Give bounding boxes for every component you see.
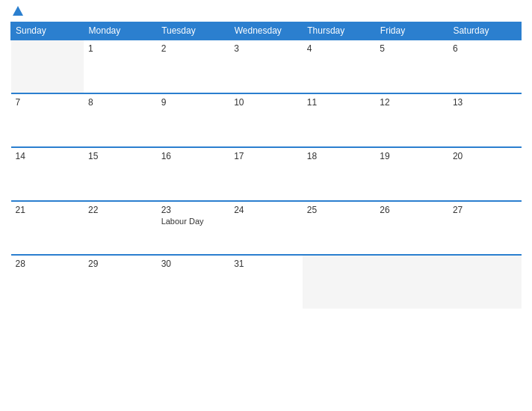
day-number: 30 bbox=[161, 259, 226, 269]
day-number: 26 bbox=[380, 205, 444, 215]
calendar-cell: 4 bbox=[303, 40, 376, 93]
calendar-cell: 31 bbox=[229, 255, 303, 309]
calendar-col-header-monday: Monday bbox=[84, 22, 157, 40]
calendar-cell: 26 bbox=[375, 201, 448, 255]
calendar-col-header-wednesday: Wednesday bbox=[229, 22, 303, 40]
header bbox=[10, 7, 522, 16]
day-number: 1 bbox=[88, 43, 152, 54]
day-number: 31 bbox=[234, 259, 298, 269]
calendar-table: SundayMondayTuesdayWednesdayThursdayFrid… bbox=[10, 22, 522, 309]
calendar-cell: 15 bbox=[84, 147, 157, 201]
day-number: 23 bbox=[161, 205, 226, 215]
day-number: 8 bbox=[88, 97, 152, 108]
calendar-cell: 21 bbox=[11, 201, 84, 255]
calendar-col-header-tuesday: Tuesday bbox=[157, 22, 230, 40]
day-number: 22 bbox=[88, 205, 152, 215]
calendar-cell: 3 bbox=[229, 40, 303, 93]
calendar-cell: 24 bbox=[229, 201, 303, 255]
day-number: 29 bbox=[88, 259, 152, 269]
calendar-week-row: 123456 bbox=[11, 40, 522, 93]
day-number: 14 bbox=[16, 151, 80, 161]
day-number: 10 bbox=[234, 97, 298, 108]
calendar-cell: 14 bbox=[11, 147, 84, 201]
calendar-cell: 18 bbox=[303, 147, 376, 201]
calendar-col-header-friday: Friday bbox=[375, 22, 448, 40]
day-number: 20 bbox=[453, 151, 517, 161]
calendar-cell: 12 bbox=[375, 93, 448, 147]
calendar-cell: 17 bbox=[229, 147, 303, 201]
calendar-header-row: SundayMondayTuesdayWednesdayThursdayFrid… bbox=[11, 22, 522, 40]
calendar-cell: 11 bbox=[303, 93, 376, 147]
calendar-cell bbox=[375, 255, 448, 309]
calendar-cell: 28 bbox=[11, 255, 84, 309]
day-number: 13 bbox=[453, 97, 517, 108]
calendar-cell bbox=[448, 255, 522, 309]
calendar-cell: 8 bbox=[84, 93, 157, 147]
calendar-week-row: 14151617181920 bbox=[11, 147, 522, 201]
calendar-cell: 27 bbox=[448, 201, 522, 255]
day-number: 28 bbox=[16, 259, 80, 269]
calendar-col-header-sunday: Sunday bbox=[11, 22, 84, 40]
day-number: 27 bbox=[453, 205, 517, 215]
day-number: 18 bbox=[307, 151, 371, 161]
day-number: 7 bbox=[16, 97, 80, 108]
day-number: 9 bbox=[161, 97, 226, 108]
day-number: 21 bbox=[16, 205, 80, 215]
calendar-cell: 13 bbox=[448, 93, 522, 147]
calendar-cell: 29 bbox=[84, 255, 157, 309]
calendar-cell: 20 bbox=[448, 147, 522, 201]
calendar-cell: 19 bbox=[375, 147, 448, 201]
day-number: 24 bbox=[234, 205, 298, 215]
event-label: Labour Day bbox=[161, 217, 226, 226]
day-number: 3 bbox=[234, 43, 298, 54]
calendar-week-row: 212223Labour Day24252627 bbox=[11, 201, 522, 255]
day-number: 15 bbox=[88, 151, 152, 161]
day-number: 4 bbox=[307, 43, 371, 54]
logo-triangle-icon bbox=[13, 6, 23, 16]
calendar-cell: 30 bbox=[157, 255, 230, 309]
day-number: 16 bbox=[161, 151, 226, 161]
calendar-cell: 5 bbox=[375, 40, 448, 93]
logo bbox=[10, 7, 23, 16]
calendar-cell: 23Labour Day bbox=[157, 201, 230, 255]
day-number: 12 bbox=[380, 97, 444, 108]
calendar-col-header-thursday: Thursday bbox=[303, 22, 376, 40]
calendar-cell: 25 bbox=[303, 201, 376, 255]
calendar-cell: 10 bbox=[229, 93, 303, 147]
calendar-week-row: 78910111213 bbox=[11, 93, 522, 147]
logo-block bbox=[10, 7, 23, 16]
calendar-cell: 16 bbox=[157, 147, 230, 201]
calendar-cell bbox=[303, 255, 376, 309]
calendar-cell: 7 bbox=[11, 93, 84, 147]
day-number: 25 bbox=[307, 205, 371, 215]
day-number: 17 bbox=[234, 151, 298, 161]
calendar-cell bbox=[11, 40, 84, 93]
day-number: 2 bbox=[161, 43, 226, 54]
calendar-cell: 9 bbox=[157, 93, 230, 147]
calendar-cell: 2 bbox=[157, 40, 230, 93]
day-number: 6 bbox=[453, 43, 517, 54]
day-number: 19 bbox=[380, 151, 444, 161]
calendar-col-header-saturday: Saturday bbox=[448, 22, 522, 40]
calendar-cell: 1 bbox=[84, 40, 157, 93]
day-number: 5 bbox=[380, 43, 444, 54]
calendar-cell: 6 bbox=[448, 40, 522, 93]
page: SundayMondayTuesdayWednesdayThursdayFrid… bbox=[0, 0, 532, 411]
day-number: 11 bbox=[307, 97, 371, 108]
calendar-week-row: 28293031 bbox=[11, 255, 522, 309]
calendar-cell: 22 bbox=[84, 201, 157, 255]
